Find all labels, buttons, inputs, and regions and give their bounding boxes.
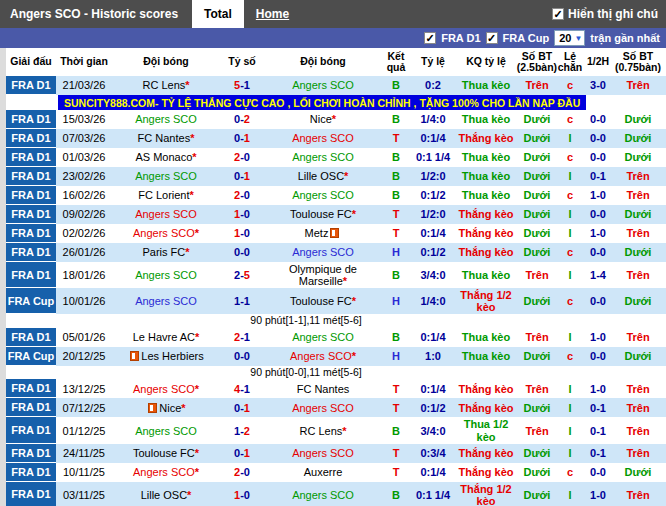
result-letter: B [382, 186, 410, 205]
odds-result: Thắng kèo [456, 379, 516, 398]
result-letter: T [382, 129, 410, 148]
result-letter: B [382, 110, 410, 129]
team-name: Angers SCO [292, 331, 354, 343]
match-note: 90 phút[0-0],11 mét[5-6] [6, 366, 666, 380]
tab-total[interactable]: Total [192, 0, 244, 28]
handicap-odds: 0:1/4 [410, 463, 456, 482]
odd-even: l [558, 129, 582, 148]
handicap-odds: 1/4:0 [410, 110, 456, 129]
away-score: 1 [244, 132, 250, 144]
left-team: RC Lens* [112, 76, 220, 95]
tab-home[interactable]: Home [244, 0, 301, 28]
score: 0-0 [220, 347, 264, 366]
chevron-down-icon: ▼ [574, 34, 582, 43]
match-date: 07/12/25 [56, 398, 112, 417]
show-notes-checkbox[interactable]: ✓ [552, 8, 564, 20]
handicap-odds: 0:1/2 [410, 243, 456, 262]
match-row: FRA D107/12/25Nice*0-1Angers SCOT0:1/2Th… [6, 398, 666, 417]
over-under-25: Trên [516, 417, 558, 443]
team-name: Angers SCO* [133, 227, 199, 239]
match-date: 20/12/25 [56, 347, 112, 366]
odds-result: Thắng 1/2 kèo [456, 482, 516, 506]
match-row: FRA D109/02/26Angers SCO1-0Toulouse FC*T… [6, 205, 666, 224]
right-team: Angers SCO [264, 186, 382, 205]
odd-even: l [558, 444, 582, 463]
half-time-score: 0-0 [582, 205, 614, 224]
odd-even: c [558, 76, 582, 95]
column-header: KQ tỷ lệ [456, 48, 516, 76]
left-team: Toulouse FC* [112, 444, 220, 463]
column-header: Số BT (0.75bàn) [614, 48, 662, 76]
note-row: 90 phút[0-0],11 mét[5-6] [6, 366, 666, 380]
column-header: Tỷ số [220, 48, 264, 76]
fra-cup-checkbox[interactable]: ✓ [486, 32, 498, 44]
match-row: FRA D121/03/26RC Lens*5-1Angers SCOB0:2T… [6, 76, 666, 95]
left-team: Nice* [112, 398, 220, 417]
over-under-075: Trên [614, 186, 662, 205]
team-name: Angers SCO [135, 269, 197, 281]
score: 5-1 [220, 76, 264, 95]
page-title: Angers SCO - Historic scores [0, 7, 192, 21]
column-header: Đội bóng [112, 48, 220, 76]
home-team-star: * [190, 189, 194, 201]
right-team: Angers SCO [264, 129, 382, 148]
team-name: Angers SCO [135, 425, 197, 437]
column-header: 1/2H [582, 48, 614, 76]
half-time-score: 0-0 [582, 463, 614, 482]
team-name: Toulouse FC* [290, 208, 356, 220]
odds-result: Thắng kèo [456, 398, 516, 417]
score: 2-0 [220, 463, 264, 482]
right-team: Toulouse FC* [264, 205, 382, 224]
fra-d1-label: FRA D1 [441, 32, 480, 44]
score: 2-0 [220, 148, 264, 167]
team-name: Nice* [146, 402, 185, 414]
handicap-odds: 0:1/4 [410, 328, 456, 347]
match-date: 03/11/25 [56, 482, 112, 506]
match-row: FRA D113/12/25Angers SCO*4-1FC NantesT0:… [6, 379, 666, 398]
team-name: Paris FC* [142, 246, 189, 258]
team-name: Metz [305, 227, 342, 239]
column-header: Giải đấu [6, 48, 56, 76]
left-team: Angers SCO [112, 288, 220, 314]
column-header: Đội bóng [264, 48, 382, 76]
over-under-25: Dưới [516, 205, 558, 224]
odds-result: Thắng kèo [456, 444, 516, 463]
left-team: Angers SCO* [112, 379, 220, 398]
fra-d1-checkbox[interactable]: ✓ [424, 32, 436, 44]
score: 1-0 [220, 224, 264, 243]
left-team: Le Havre AC* [112, 328, 220, 347]
over-under-075: Dưới [614, 110, 662, 129]
away-score: 1 [244, 79, 250, 91]
league-badge: FRA Cup [6, 288, 56, 314]
table-body: FRA D121/03/26RC Lens*5-1Angers SCOB0:2T… [6, 76, 666, 506]
match-date: 13/12/25 [56, 379, 112, 398]
handicap-odds: 0:1/4 [410, 224, 456, 243]
right-team: Olympique de Marseille* [264, 262, 382, 288]
away-score: 1 [244, 402, 250, 414]
league-badge: FRA D1 [6, 205, 56, 224]
team-name: Angers SCO [292, 132, 354, 144]
league-badge: FRA D1 [6, 76, 56, 95]
match-count-select[interactable]: 20 ▼ [554, 30, 585, 46]
over-under-25: Trên [516, 76, 558, 95]
result-letter: B [382, 167, 410, 186]
odds-result: Thắng kèo [456, 243, 516, 262]
match-date: 23/02/26 [56, 167, 112, 186]
over-under-25: Dưới [516, 148, 558, 167]
odd-even: c [558, 288, 582, 314]
home-team-star: * [195, 466, 199, 478]
team-name: Angers SCO [292, 79, 354, 91]
promo-banner[interactable]: SUNCITY888.COM- TỶ LỆ THẮNG CỰC CAO , LỐ… [58, 95, 586, 110]
half-time-score: 0-1 [582, 444, 614, 463]
handicap-odds: 3/4:0 [410, 417, 456, 443]
handicap-odds: 0:1 1/4 [410, 148, 456, 167]
league-badge: FRA D1 [6, 129, 56, 148]
odds-result: Thắng kèo [456, 463, 516, 482]
half-time-score: 1-0 [582, 482, 614, 506]
table-zone: Giải đấuThời gianĐội bóngTỷ sốĐội bóngKế… [0, 48, 666, 506]
team-name: Le Havre AC* [133, 331, 200, 343]
scores-table: Giải đấuThời gianĐội bóngTỷ sốĐội bóngKế… [6, 48, 666, 506]
left-team: Angers SCO [112, 417, 220, 443]
odd-even: c [558, 186, 582, 205]
handicap-odds: 1/2:0 [410, 167, 456, 186]
